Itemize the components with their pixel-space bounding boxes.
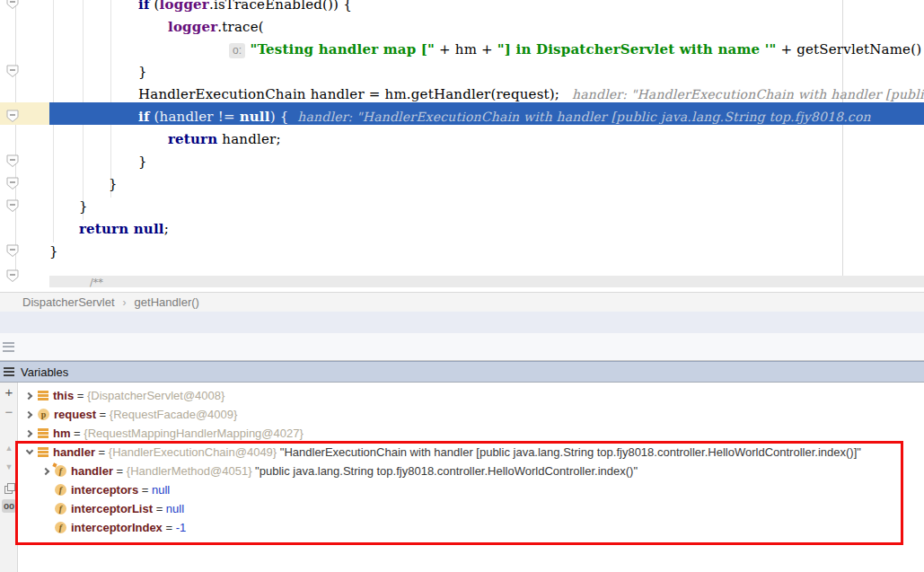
field-icon: f	[55, 503, 66, 515]
code-token: handler: "HandlerExecutionChain with han…	[559, 87, 924, 101]
value-icon	[38, 391, 48, 400]
fold-marker-icon[interactable]	[6, 269, 19, 286]
variable-value-part: =	[153, 502, 166, 515]
variable-name: handler	[53, 445, 95, 459]
code-token: }	[138, 64, 147, 80]
code-line: return handler;	[168, 128, 281, 151]
chevron-right-icon[interactable]	[40, 469, 53, 474]
variable-name: this	[53, 389, 74, 402]
fold-marker-icon[interactable]	[6, 110, 19, 127]
variable-name: interceptors	[71, 483, 138, 497]
move-up-button[interactable]: ▲	[0, 444, 18, 453]
fold-marker-icon[interactable]	[6, 0, 19, 13]
variable-row-handler[interactable]: fhandler = {HandlerMethod@4051} "public …	[19, 462, 917, 480]
chevron-right-icon[interactable]	[22, 431, 36, 436]
variable-row-hm[interactable]: hm = {RequestMappingHandlerMapping@4027}	[19, 424, 917, 443]
code-token: logger	[160, 0, 209, 13]
fold-marker-icon[interactable]	[6, 65, 19, 82]
variables-panel-header: Variables	[0, 361, 924, 383]
variable-value-part: {RequestFacade@4009}	[110, 408, 238, 421]
variable-row-this[interactable]: this = {DispatcherServlet@4008}	[19, 386, 917, 405]
variable-value-part: =	[163, 521, 176, 534]
code-token: logger	[168, 19, 217, 35]
variables-tree[interactable]: this = {DispatcherServlet@4008}prequest …	[19, 383, 924, 572]
variable-value-part: =	[74, 389, 87, 402]
debugger-layout-icon[interactable]	[3, 342, 14, 352]
code-line: logger.trace(	[168, 16, 264, 39]
code-token: null	[240, 109, 270, 125]
breadcrumb-method[interactable]: getHandler()	[135, 295, 199, 309]
value-icon	[38, 428, 48, 438]
code-line: }	[79, 196, 88, 218]
chevron-placeholder	[40, 525, 53, 531]
code-token: }	[138, 154, 147, 170]
variable-row-interceptors[interactable]: finterceptors = null	[19, 480, 917, 499]
variable-value-part: {RequestMappingHandlerMapping@4027}	[84, 427, 303, 440]
field-icon: f	[55, 484, 66, 496]
code-line: if (handler != null) { handler: "Handler…	[138, 106, 871, 128]
show-watches-toggle[interactable]: oo	[2, 499, 16, 513]
fold-marker-icon[interactable]	[6, 199, 19, 216]
breadcrumb: DispatcherServlet › getHandler()	[0, 292, 924, 312]
value-icon	[38, 447, 48, 457]
code-editor[interactable]: /** if (logger.isTraceEnabled()) {logger…	[0, 0, 924, 292]
code-token: }	[109, 176, 118, 192]
chevron-right-icon[interactable]	[22, 393, 36, 399]
code-token: .trace(	[217, 19, 263, 35]
variable-name: interceptorIndex	[71, 521, 163, 534]
fold-marker-icon[interactable]	[6, 177, 19, 194]
code-token: if	[138, 0, 150, 13]
variable-name: handler	[71, 464, 113, 478]
code-token: handler: "HandlerExecutionChain with han…	[297, 110, 870, 124]
variable-value-part: {DispatcherServlet@4008}	[87, 389, 224, 402]
variable-value-part: =	[71, 427, 84, 440]
code-token: HandlerExecutionChain handler = hm.getHa…	[138, 86, 559, 102]
variable-row-request[interactable]: prequest = {RequestFacade@4009}	[19, 405, 917, 424]
code-token: "Testing handler map ["	[250, 41, 435, 57]
code-line: if (logger.isTraceEnabled()) {	[138, 0, 352, 16]
code-token: }	[79, 198, 88, 215]
variable-row-interceptorList[interactable]: finterceptorList = null	[19, 499, 917, 518]
parameter-icon: p	[38, 409, 49, 420]
variable-row-handler[interactable]: handler = {HandlerExecutionChain@4049} "…	[19, 443, 917, 462]
watches-toolbar: +−▲▼oo	[0, 383, 18, 572]
variable-value-part: =	[113, 464, 127, 478]
duplicate-icon	[4, 483, 14, 493]
code-token: + getServletName() +	[776, 41, 924, 57]
collapsed-code-region[interactable]: /**	[49, 276, 924, 287]
code-token: o:	[229, 43, 245, 58]
menu-icon[interactable]	[4, 367, 14, 376]
breadcrumb-separator-icon: ›	[123, 296, 127, 309]
variables-panel-title: Variables	[21, 365, 68, 379]
fold-marker-icon[interactable]	[6, 244, 19, 261]
code-token: handler;	[217, 131, 280, 147]
ide-window: /** if (logger.isTraceEnabled()) {logger…	[0, 0, 924, 572]
fold-marker-icon[interactable]	[6, 154, 19, 172]
variable-value-part: -1	[176, 521, 187, 534]
breadcrumb-class[interactable]: DispatcherServlet	[22, 295, 115, 309]
code-token: .isTraceEnabled()) {	[209, 0, 352, 13]
move-down-button[interactable]: ▼	[0, 462, 18, 471]
code-line: }	[138, 151, 147, 173]
variable-value-part: =	[95, 445, 109, 459]
variable-value-part: {HandlerExecutionChain@4049}	[109, 445, 277, 459]
variable-row-interceptorIndex[interactable]: finterceptorIndex = -1	[19, 518, 917, 537]
chevron-right-icon[interactable]	[22, 412, 36, 418]
add-watch-button[interactable]: +	[0, 384, 18, 400]
code-line: return null;	[79, 218, 169, 241]
variable-value-part: =	[96, 408, 110, 421]
chevron-down-icon[interactable]	[22, 451, 36, 453]
variable-value-part: null	[166, 502, 184, 515]
variable-value-part: "HandlerExecutionChain with handler [pub…	[277, 445, 861, 459]
variable-name: request	[54, 408, 96, 421]
code-line: HandlerExecutionChain handler = hm.getHa…	[138, 84, 924, 106]
debugger-toolbar-strip	[0, 333, 924, 361]
remove-watch-button[interactable]: −	[0, 404, 18, 419]
field-icon: f	[55, 522, 66, 533]
code-token: if	[138, 109, 150, 125]
variable-name: hm	[53, 427, 71, 440]
code-token: ;	[164, 221, 169, 237]
indent-guide	[110, 0, 111, 198]
duplicate-button[interactable]	[0, 481, 18, 493]
variable-value-part: =	[138, 483, 152, 497]
